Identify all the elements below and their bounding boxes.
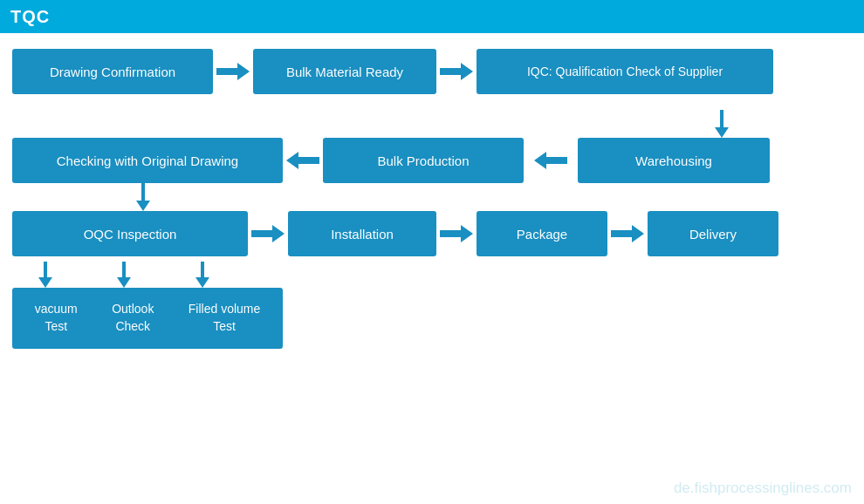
box-oqc-inspection: OQC Inspection	[12, 211, 248, 256]
svg-marker-2	[286, 152, 319, 169]
bottom-sub-boxes: vacuum Test Outlook Check Filled volume …	[12, 288, 283, 349]
flow-row-3: OQC Inspection Installation Package Deli…	[12, 211, 852, 256]
arrow-r2-2	[531, 150, 571, 171]
svg-marker-4	[251, 225, 285, 242]
svg-marker-5	[440, 225, 473, 242]
svg-marker-6	[611, 225, 644, 242]
box-package: Package	[477, 211, 607, 256]
box-warehousing: Warehousing	[578, 138, 770, 183]
svg-marker-1	[440, 63, 473, 80]
arrow-r3-1	[248, 223, 288, 244]
watermark: de.fishprocessinglines.com	[674, 480, 852, 497]
sub-box-outlook-check: Outlook Check	[112, 301, 154, 335]
main-content: Drawing Confirmation Bulk Material Ready…	[0, 33, 864, 358]
v-arrow-r1-to-r2	[12, 110, 852, 138]
header-arrow-decoration	[840, 0, 864, 33]
flow-row-4: vacuum Test Outlook Check Filled volume …	[12, 288, 852, 349]
box-bulk-material-ready: Bulk Material Ready	[253, 49, 436, 94]
box-checking-original-drawing: Checking with Original Drawing	[12, 138, 283, 183]
box-bulk-production: Bulk Production	[323, 138, 524, 183]
sub-box-filled-volume-test: Filled volume Test	[189, 301, 260, 335]
box-installation: Installation	[288, 211, 436, 256]
v-arrows-to-sub	[12, 262, 852, 288]
flow-row-2: Checking with Original Drawing Bulk Prod…	[12, 138, 852, 183]
arrow-r2-1	[283, 150, 323, 171]
box-delivery: Delivery	[648, 211, 778, 256]
box-iqc-qualification: IQC: Qualification Check of Supplier	[477, 49, 773, 94]
arrow-r1-1	[213, 61, 253, 82]
header-bar: TQC	[0, 0, 864, 33]
arrow-r3-3	[607, 223, 648, 244]
box-drawing-confirmation: Drawing Confirmation	[12, 49, 213, 94]
arrow-r1-2	[436, 61, 477, 82]
arrow-r3-2	[436, 223, 477, 244]
svg-marker-0	[216, 63, 250, 80]
sub-box-vacuum-test: vacuum Test	[35, 301, 78, 335]
v-arrow-r2-to-r3	[12, 183, 852, 211]
flow-row-1: Drawing Confirmation Bulk Material Ready…	[12, 49, 852, 94]
header-title: TQC	[0, 7, 50, 27]
svg-marker-3	[534, 152, 567, 169]
